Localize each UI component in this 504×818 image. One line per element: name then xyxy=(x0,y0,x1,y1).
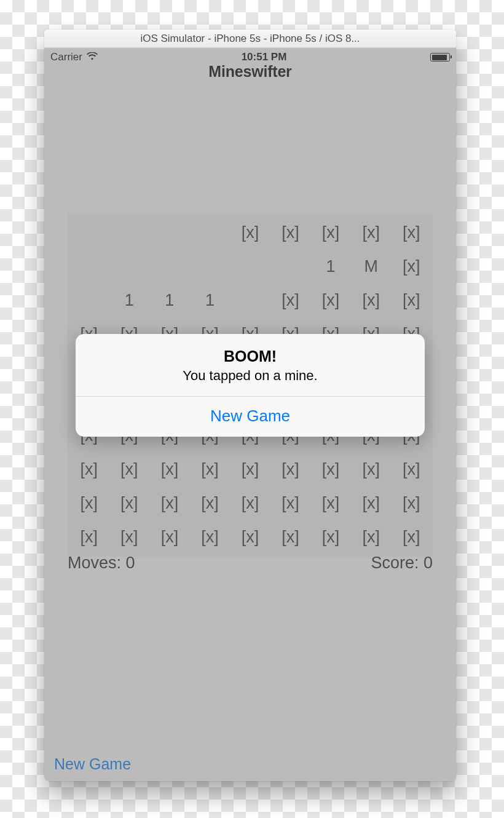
board-cell[interactable]: [x] xyxy=(351,223,392,242)
board-cell[interactable]: [x] xyxy=(69,494,109,513)
board-cell[interactable]: [x] xyxy=(310,291,351,310)
status-left: Carrier xyxy=(50,51,98,63)
board-cell[interactable]: [x] xyxy=(391,494,431,513)
alert-dialog: BOOM! You tapped on a mine. New Game xyxy=(76,334,425,437)
stats-bar: Moves: 0 Score: 0 xyxy=(68,554,433,573)
board-cell[interactable]: [x] xyxy=(190,494,230,513)
board-row: [x][x][x][x][x] xyxy=(69,216,431,250)
app-title: Mineswifter xyxy=(44,63,456,81)
board-cell[interactable]: [x] xyxy=(230,528,270,547)
board-cell[interactable]: [x] xyxy=(351,494,392,513)
board-cell[interactable]: 1 xyxy=(190,291,230,310)
board-cell[interactable]: [x] xyxy=(351,528,392,547)
board-cell[interactable]: [x] xyxy=(69,528,109,547)
alert-title: BOOM! xyxy=(88,347,412,365)
board-cell[interactable]: [x] xyxy=(310,223,351,242)
alert-new-game-button[interactable]: New Game xyxy=(76,397,425,437)
board-cell[interactable]: [x] xyxy=(190,528,230,547)
board-row: 1M[x] xyxy=(69,250,431,284)
status-bar: Carrier 10:51 PM xyxy=(44,48,456,64)
board-row: 111[x][x][x][x] xyxy=(69,284,431,317)
score-label: Score: 0 xyxy=(371,554,433,573)
board-cell[interactable]: 1 xyxy=(149,291,190,310)
board-cell[interactable]: [x] xyxy=(310,528,351,547)
board-cell[interactable]: M xyxy=(351,257,392,276)
board-cell[interactable]: [x] xyxy=(230,223,270,242)
board-cell[interactable]: [x] xyxy=(190,460,230,479)
board-cell[interactable]: [x] xyxy=(270,528,311,547)
board-cell[interactable]: [x] xyxy=(69,460,109,479)
board-cell[interactable]: [x] xyxy=(149,528,190,547)
board-cell[interactable]: [x] xyxy=(391,257,431,276)
bottom-toolbar: New Game xyxy=(44,747,456,781)
board-cell[interactable]: [x] xyxy=(391,223,431,242)
simulator-window: iOS Simulator - iPhone 5s - iPhone 5s / … xyxy=(44,30,456,781)
board-cell[interactable]: 1 xyxy=(310,257,351,276)
board-cell[interactable]: [x] xyxy=(230,494,270,513)
board-row: [x][x][x][x][x][x][x][x][x] xyxy=(69,453,431,486)
alert-message: You tapped on a mine. xyxy=(88,368,412,384)
window-title: iOS Simulator - iPhone 5s - iPhone 5s / … xyxy=(140,33,360,44)
board-cell[interactable]: [x] xyxy=(310,494,351,513)
window-titlebar: iOS Simulator - iPhone 5s - iPhone 5s / … xyxy=(44,30,456,48)
board-cell[interactable]: [x] xyxy=(270,460,311,479)
board-cell[interactable]: 1 xyxy=(109,291,150,310)
board-cell[interactable]: [x] xyxy=(149,494,190,513)
board-cell[interactable]: [x] xyxy=(270,494,311,513)
board-row: [x][x][x][x][x][x][x][x][x] xyxy=(69,520,431,554)
board-cell[interactable]: [x] xyxy=(149,460,190,479)
board-cell[interactable]: [x] xyxy=(270,291,311,310)
clock-label: 10:51 PM xyxy=(242,51,287,63)
board-cell[interactable]: [x] xyxy=(391,460,431,479)
board-cell[interactable]: [x] xyxy=(270,223,311,242)
carrier-label: Carrier xyxy=(50,51,82,63)
board-cell[interactable]: [x] xyxy=(109,494,150,513)
board-cell[interactable]: [x] xyxy=(391,528,431,547)
board-cell[interactable]: [x] xyxy=(351,291,392,310)
board-cell[interactable]: [x] xyxy=(109,460,150,479)
alert-body: BOOM! You tapped on a mine. xyxy=(76,334,425,396)
board-cell[interactable]: [x] xyxy=(230,460,270,479)
battery-icon xyxy=(430,53,450,62)
board-row: [x][x][x][x][x][x][x][x][x] xyxy=(69,486,431,520)
board-cell[interactable]: [x] xyxy=(109,528,150,547)
new-game-button[interactable]: New Game xyxy=(54,755,131,773)
wifi-icon xyxy=(87,52,98,63)
moves-label: Moves: 0 xyxy=(68,554,135,573)
board-cell[interactable]: [x] xyxy=(351,460,392,479)
board-cell[interactable]: [x] xyxy=(391,291,431,310)
board-cell[interactable]: [x] xyxy=(310,460,351,479)
